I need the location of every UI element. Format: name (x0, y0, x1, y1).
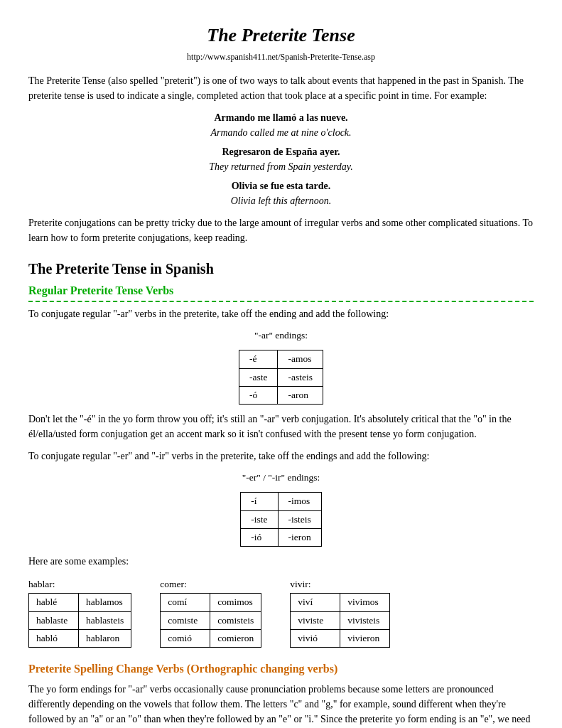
intro-p2: Preterite conjugations can be pretty tri… (28, 215, 534, 245)
ar-label: "-ar" endings: (28, 328, 534, 343)
example-3: Olivia se fue esta tarde. Olivia left th… (28, 178, 534, 208)
comer-label: comer: (160, 577, 261, 592)
example-1: Armando me llamó a las nueve. Armando ca… (28, 110, 534, 140)
er-endings-table: -í-imos-iste-isteis-ió-ieron (240, 492, 322, 547)
verb-examples-grid: hablar: habléhablamoshablastehablasteish… (28, 577, 534, 648)
examples-label: Here are some examples: (28, 554, 534, 569)
vivir-label: vivir: (290, 577, 390, 592)
example-2: Regresaron de España ayer. They returned… (28, 144, 534, 174)
section1-heading: The Preterite Tense in Spanish (28, 258, 534, 279)
hablar-block: hablar: habléhablamoshablastehablasteish… (28, 577, 131, 648)
page-title: The Preterite Tense (28, 21, 534, 49)
intro-p1: The Preterite Tense (also spelled "prete… (28, 73, 534, 103)
comer-block: comer: comícomimoscomistecomisteiscomióc… (160, 577, 261, 648)
sub1-note1: Don't let the "-é" in the yo form throw … (28, 412, 534, 441)
vivir-block: vivir: vivívivimosvivistevivisteisvivióv… (290, 577, 390, 648)
sub1-desc2: To conjugate regular "-er" and "-ir" ver… (28, 449, 534, 464)
example-3-bold: Olivia se fue esta tarde. (28, 178, 534, 193)
hablar-table: habléhablamoshablastehablasteishablóhabl… (28, 593, 131, 648)
vivir-table: vivívivimosvivistevivisteisvivióvivieron (290, 593, 390, 648)
sub1-desc: To conjugate regular "-ar" verbs in the … (28, 306, 534, 321)
example-3-italic: Olivia left this afternoon. (28, 193, 534, 208)
sub1-label: Regular Preterite Tense Verbs (28, 282, 534, 302)
comer-table: comícomimoscomistecomisteiscomiócomieron (160, 593, 261, 648)
hablar-label: hablar: (28, 577, 131, 592)
section2-heading: Preterite Spelling Change Verbs (Orthogr… (28, 660, 534, 678)
example-2-italic: They returned from Spain yesterday. (28, 159, 534, 174)
example-1-bold: Armando me llamó a las nueve. (28, 110, 534, 125)
section2-desc: The yo form endings for "-ar" verbs occa… (28, 682, 534, 728)
example-1-italic: Armando called me at nine o'clock. (28, 125, 534, 140)
example-2-bold: Regresaron de España ayer. (28, 144, 534, 159)
ar-endings-table: -é-amos-aste-asteis-ó-aron (239, 350, 323, 405)
er-label: "-er" / "-ir" endings: (28, 471, 534, 485)
page-url: http://www.spanish411.net/Spanish-Preter… (28, 50, 534, 63)
